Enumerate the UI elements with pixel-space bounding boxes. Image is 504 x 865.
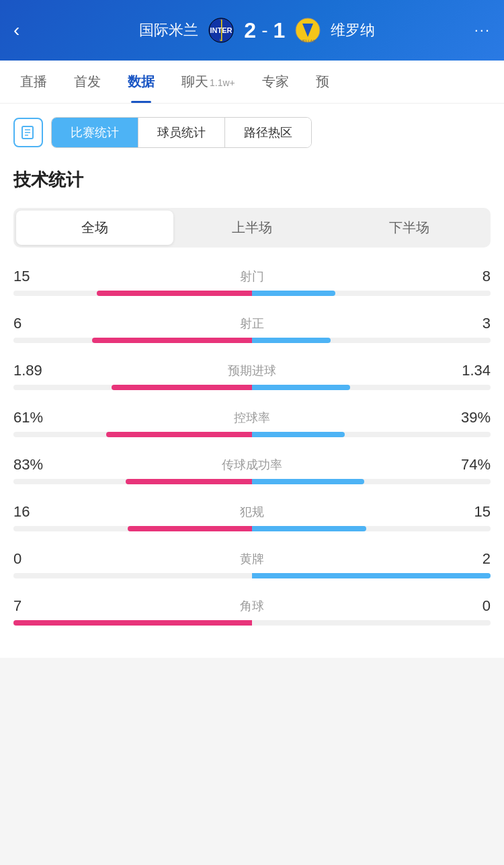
- period-tabs: 全场 上半场 下半场: [13, 208, 491, 248]
- stat-away-value: 15: [444, 503, 491, 521]
- away-bar: [252, 432, 345, 437]
- stat-home-value: 7: [13, 597, 60, 615]
- stat-bar: [13, 338, 491, 343]
- more-button[interactable]: ···: [474, 22, 491, 39]
- away-team-logo: HELLAS: [293, 15, 323, 45]
- stat-away-value: 3: [444, 315, 491, 332]
- section-title: 技术统计: [13, 168, 491, 192]
- sub-tab-player-stats[interactable]: 球员统计: [138, 118, 225, 147]
- stat-away-value: 2: [444, 550, 491, 568]
- home-bar: [13, 620, 252, 626]
- away-bar: [252, 479, 364, 484]
- stat-away-value: 39%: [444, 409, 491, 426]
- stat-row: 16犯规15: [13, 503, 491, 531]
- chat-badge: 1.1w+: [210, 77, 235, 88]
- away-bar: [252, 385, 350, 390]
- stat-bar: [13, 573, 491, 578]
- stats-container: 15射门86射正31.89预期进球1.3461%控球率39%83%传球成功率74…: [13, 268, 491, 626]
- tab-live[interactable]: 直播: [7, 61, 60, 103]
- stat-home-value: 83%: [13, 456, 60, 474]
- stat-bar: [13, 385, 491, 390]
- tab-expert[interactable]: 专家: [249, 61, 302, 103]
- stat-bar: [13, 432, 491, 437]
- score-section: 国际米兰 INTER 2 - 1 HELLAS 维罗纳: [40, 15, 474, 45]
- sub-tab-heatmap[interactable]: 路径热区: [225, 118, 311, 147]
- stat-home-value: 61%: [13, 409, 60, 426]
- stat-home-value: 0: [13, 550, 60, 568]
- home-team-logo: INTER: [206, 15, 236, 45]
- sub-tabs-row: 比赛统计 球员统计 路径热区: [13, 117, 491, 148]
- period-tab-full[interactable]: 全场: [16, 211, 173, 245]
- stat-row: 1.89预期进球1.34: [13, 362, 491, 390]
- stat-row: 0黄牌2: [13, 550, 491, 578]
- sub-tabs: 比赛统计 球员统计 路径热区: [51, 117, 312, 148]
- stat-away-value: 0: [444, 597, 491, 615]
- stat-row: 83%传球成功率74%: [13, 456, 491, 484]
- stat-away-value: 74%: [444, 456, 491, 474]
- stat-label: 射门: [240, 268, 264, 285]
- stat-row: 15射门8: [13, 268, 491, 296]
- svg-text:HELLAS: HELLAS: [300, 39, 316, 43]
- away-bar: [252, 526, 366, 531]
- tab-chat[interactable]: 聊天1.1w+: [168, 61, 249, 103]
- home-bar: [97, 291, 252, 296]
- tab-predict[interactable]: 预: [302, 61, 343, 103]
- score-separator: -: [261, 20, 267, 41]
- score-display: 2 - 1: [244, 18, 285, 43]
- nav-tabs: 直播 首发 数据 聊天1.1w+ 专家 预: [0, 61, 504, 104]
- content-area: 比赛统计 球员统计 路径热区 技术统计 全场 上半场 下半场 15射门86射正3…: [0, 104, 504, 658]
- tab-data[interactable]: 数据: [114, 61, 168, 103]
- stat-label: 预期进球: [228, 363, 276, 379]
- stat-label: 传球成功率: [222, 457, 282, 473]
- away-bar: [252, 291, 335, 296]
- stat-away-value: 8: [444, 268, 491, 285]
- sub-tab-match-stats[interactable]: 比赛统计: [52, 118, 138, 147]
- home-score: 2: [244, 18, 256, 43]
- stat-home-value: 6: [13, 315, 60, 332]
- stat-label: 控球率: [234, 410, 270, 426]
- stat-bar: [13, 291, 491, 296]
- svg-text:INTER: INTER: [210, 26, 233, 34]
- stat-bar: [13, 620, 491, 626]
- stat-bar: [13, 526, 491, 531]
- home-bar: [106, 432, 252, 437]
- stat-bar: [13, 479, 491, 484]
- home-bar: [92, 338, 252, 343]
- stat-row: 6射正3: [13, 315, 491, 343]
- stat-home-value: 15: [13, 268, 60, 285]
- period-tab-second[interactable]: 下半场: [331, 211, 488, 245]
- stat-label: 角球: [240, 598, 264, 614]
- header: ‹ 国际米兰 INTER 2 - 1 HELLAS 维罗纳 ···: [0, 0, 504, 61]
- back-button[interactable]: ‹: [13, 20, 40, 41]
- away-bar: [252, 338, 331, 343]
- home-bar: [126, 479, 252, 484]
- tab-lineup[interactable]: 首发: [60, 61, 114, 103]
- stat-label: 射正: [240, 315, 264, 332]
- period-tab-first[interactable]: 上半场: [173, 211, 331, 245]
- away-bar: [252, 573, 491, 578]
- stat-row: 61%控球率39%: [13, 409, 491, 437]
- stat-label: 黄牌: [240, 551, 264, 567]
- home-team-name: 国际米兰: [139, 20, 198, 40]
- away-score: 1: [273, 18, 285, 43]
- away-team-name: 维罗纳: [331, 20, 375, 40]
- home-bar: [128, 526, 252, 531]
- home-bar: [112, 385, 252, 390]
- stat-away-value: 1.34: [444, 362, 491, 379]
- stat-row: 7角球0: [13, 597, 491, 626]
- stat-home-value: 1.89: [13, 362, 60, 379]
- stat-home-value: 16: [13, 503, 60, 521]
- export-icon-button[interactable]: [13, 118, 43, 147]
- stat-label: 犯规: [240, 504, 264, 520]
